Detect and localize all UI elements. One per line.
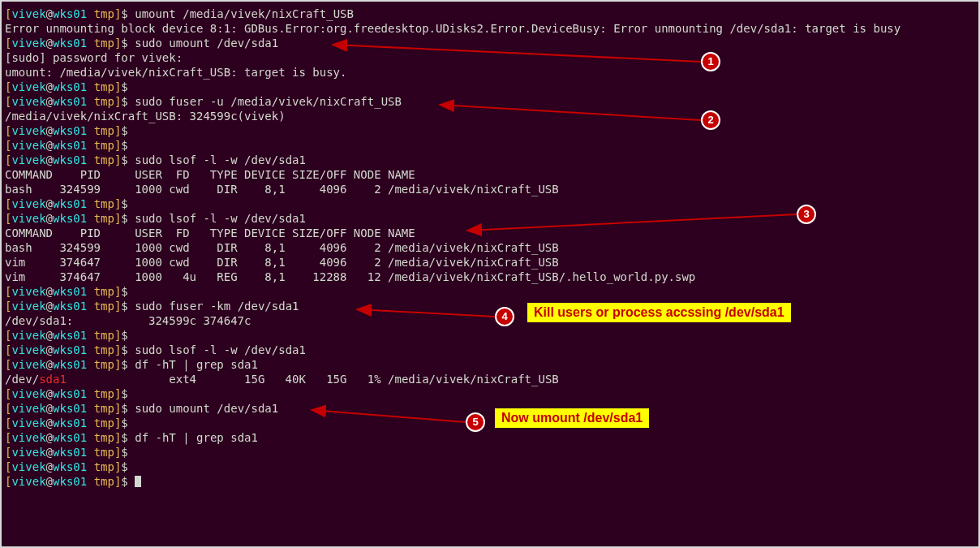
prompt-user: vivek xyxy=(11,212,45,225)
prompt-line: [vivek@wks01 tmp]$ sudo fuser -km /dev/s… xyxy=(5,299,975,313)
prompt-cwd: tmp xyxy=(94,212,114,225)
prompt-symbol: $ xyxy=(121,124,135,137)
prompt-cwd: tmp xyxy=(94,329,114,342)
command-text: sudo lsof -l -w /dev/sda1 xyxy=(135,343,306,356)
prompt-user: vivek xyxy=(11,431,45,444)
prompt-host: wks01 xyxy=(53,402,87,415)
output-line: umount: /media/vivek/nixCraft_USB: targe… xyxy=(5,65,975,80)
prompt-host: wks01 xyxy=(53,475,87,488)
prompt-line: [vivek@wks01 tmp]$ xyxy=(5,328,975,343)
prompt-host: wks01 xyxy=(53,7,87,20)
output-line: COMMAND PID USER FD TYPE DEVICE SIZE/OFF… xyxy=(5,167,975,182)
prompt-user: vivek xyxy=(11,416,45,429)
output-line: COMMAND PID USER FD TYPE DEVICE SIZE/OFF… xyxy=(5,226,975,240)
prompt-user: vivek xyxy=(11,285,45,298)
prompt-cwd: tmp xyxy=(94,37,114,50)
prompt-cwd: tmp xyxy=(94,343,114,356)
output-line: bash 324599 1000 cwd DIR 8,1 4096 2 /med… xyxy=(5,182,975,196)
prompt-host: wks01 xyxy=(53,153,87,166)
prompt-line: [vivek@wks01 tmp]$ sudo lsof -l -w /dev/… xyxy=(5,153,975,167)
command-text: sudo lsof -l -w /dev/sda1 xyxy=(135,212,306,225)
output-line: [sudo] password for vivek: xyxy=(5,50,975,65)
command-text: umount /media/vivek/nixCraft_USB xyxy=(135,7,354,20)
output-line: Error unmounting block device 8:1: GDBus… xyxy=(5,21,975,36)
prompt-symbol: $ xyxy=(121,329,135,342)
prompt-line: [vivek@wks01 tmp]$ xyxy=(5,416,975,430)
output-line: bash 324599 1000 cwd DIR 8,1 4096 2 /med… xyxy=(5,240,975,255)
prompt-host: wks01 xyxy=(53,416,87,429)
prompt-symbol: $ xyxy=(121,431,135,444)
prompt-symbol: $ xyxy=(121,475,135,488)
prompt-symbol: $ xyxy=(121,285,135,298)
prompt-user: vivek xyxy=(11,402,45,415)
prompt-host: wks01 xyxy=(53,197,87,210)
prompt-cwd: tmp xyxy=(94,300,114,313)
command-text: sudo umount /dev/sda1 xyxy=(135,37,278,50)
prompt-line: [vivek@wks01 tmp]$ xyxy=(5,445,975,460)
prompt-line: [vivek@wks01 tmp]$ sudo lsof -l -w /dev/… xyxy=(5,211,975,226)
prompt-line: [vivek@wks01 tmp]$ xyxy=(5,123,975,138)
prompt-user: vivek xyxy=(11,80,45,93)
prompt-host: wks01 xyxy=(53,300,87,313)
output-line: /dev/sda1: 324599c 374647c xyxy=(5,313,975,328)
cursor xyxy=(135,476,141,487)
prompt-cwd: tmp xyxy=(94,402,114,415)
prompt-user: vivek xyxy=(11,153,45,166)
prompt-symbol: $ xyxy=(121,446,135,459)
prompt-line: [vivek@wks01 tmp]$ xyxy=(5,474,975,489)
command-text: sudo fuser -km /dev/sda1 xyxy=(135,300,299,313)
prompt-line: [vivek@wks01 tmp]$ df -hT | grep sda1 xyxy=(5,357,975,372)
command-text: df -hT | grep sda1 xyxy=(135,358,258,371)
prompt-user: vivek xyxy=(11,139,45,152)
prompt-symbol: $ xyxy=(121,416,135,429)
prompt-line: [vivek@wks01 tmp]$ sudo umount /dev/sda1 xyxy=(5,36,975,50)
prompt-user: vivek xyxy=(11,197,45,210)
prompt-cwd: tmp xyxy=(94,416,114,429)
prompt-symbol: $ xyxy=(121,197,135,210)
prompt-line: [vivek@wks01 tmp]$ xyxy=(5,80,975,94)
prompt-user: vivek xyxy=(11,343,45,356)
prompt-user: vivek xyxy=(11,460,45,473)
prompt-cwd: tmp xyxy=(94,285,114,298)
prompt-line: [vivek@wks01 tmp]$ sudo umount /dev/sda1 xyxy=(5,401,975,416)
output-line: vim 374647 1000 cwd DIR 8,1 4096 2 /medi… xyxy=(5,255,975,270)
prompt-symbol: $ xyxy=(121,37,135,50)
prompt-cwd: tmp xyxy=(94,124,114,137)
prompt-symbol: $ xyxy=(121,212,135,225)
prompt-line: [vivek@wks01 tmp]$ xyxy=(5,196,975,211)
prompt-cwd: tmp xyxy=(94,197,114,210)
terminal-output[interactable]: [vivek@wks01 tmp]$ umount /media/vivek/n… xyxy=(5,6,975,489)
prompt-symbol: $ xyxy=(121,7,135,20)
prompt-cwd: tmp xyxy=(94,431,114,444)
prompt-cwd: tmp xyxy=(94,475,114,488)
prompt-host: wks01 xyxy=(53,212,87,225)
prompt-line: [vivek@wks01 tmp]$ xyxy=(5,284,975,299)
prompt-cwd: tmp xyxy=(94,358,114,371)
prompt-host: wks01 xyxy=(53,95,87,108)
command-text: df -hT | grep sda1 xyxy=(135,431,258,444)
prompt-host: wks01 xyxy=(53,139,87,152)
prompt-cwd: tmp xyxy=(94,387,114,400)
prompt-host: wks01 xyxy=(53,80,87,93)
prompt-user: vivek xyxy=(11,124,45,137)
prompt-host: wks01 xyxy=(53,329,87,342)
prompt-symbol: $ xyxy=(121,300,135,313)
prompt-host: wks01 xyxy=(53,358,87,371)
prompt-line: [vivek@wks01 tmp]$ xyxy=(5,138,975,153)
prompt-cwd: tmp xyxy=(94,460,114,473)
prompt-symbol: $ xyxy=(121,139,135,152)
prompt-host: wks01 xyxy=(53,285,87,298)
prompt-host: wks01 xyxy=(53,446,87,459)
output-line: vim 374647 1000 4u REG 8,1 12288 12 /med… xyxy=(5,270,975,284)
prompt-cwd: tmp xyxy=(94,7,114,20)
output-line: /dev/sda1 ext4 15G 40K 15G 1% /media/viv… xyxy=(5,372,975,386)
prompt-user: vivek xyxy=(11,95,45,108)
prompt-symbol: $ xyxy=(121,402,135,415)
prompt-line: [vivek@wks01 tmp]$ xyxy=(5,386,975,401)
prompt-user: vivek xyxy=(11,387,45,400)
prompt-line: [vivek@wks01 tmp]$ xyxy=(5,460,975,474)
prompt-symbol: $ xyxy=(121,153,135,166)
prompt-symbol: $ xyxy=(121,343,135,356)
prompt-cwd: tmp xyxy=(94,446,114,459)
prompt-host: wks01 xyxy=(53,343,87,356)
